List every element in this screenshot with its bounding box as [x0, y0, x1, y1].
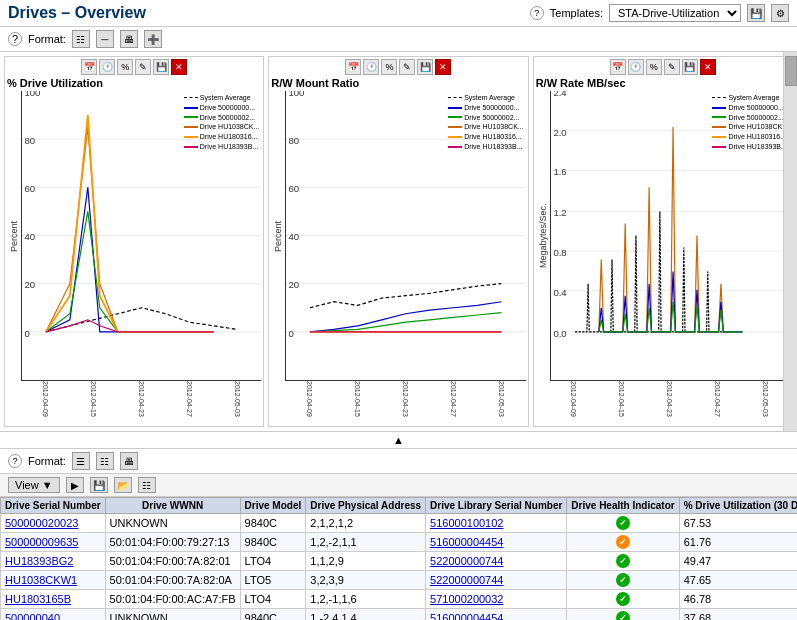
- chart-container-3: Megabytes/Sec. 2.4 2.0 1.6 1.2 0.8: [536, 91, 790, 381]
- cell-utilization: 37.68: [679, 609, 797, 621]
- legend-2: System Average Drive 50000000... Drive 5…: [448, 93, 524, 152]
- chart2-percent-icon[interactable]: %: [381, 59, 397, 75]
- scrollbar-thumb[interactable]: [785, 56, 797, 86]
- cell-model: 9840C: [240, 609, 306, 621]
- template-settings-button[interactable]: ⚙: [771, 4, 789, 22]
- chart-title-3: R/W Rate MB/sec: [536, 77, 790, 89]
- bottom-help-icon[interactable]: ?: [8, 454, 22, 468]
- serial-link[interactable]: HU1803165B: [5, 593, 71, 605]
- serial-link[interactable]: HU1038CKW1: [5, 574, 77, 586]
- cell-model: LTO4: [240, 552, 306, 571]
- chart2-delete-icon[interactable]: ✕: [435, 59, 451, 75]
- chart3-save-icon[interactable]: 💾: [682, 59, 698, 75]
- chart-title-1: % Drive Utilization: [7, 77, 261, 89]
- svg-text:0.8: 0.8: [553, 247, 566, 258]
- scroll-up-icon[interactable]: ▲: [393, 434, 404, 446]
- health-indicator: ✓: [616, 554, 630, 568]
- chart-panel-rate: 📅 🕐 % ✎ 💾 ✕ R/W Rate MB/sec Megabytes/Se…: [533, 56, 793, 427]
- cell-health: ✓: [567, 590, 679, 609]
- chart-save-icon[interactable]: 💾: [153, 59, 169, 75]
- svg-text:60: 60: [24, 183, 35, 194]
- format-print-button[interactable]: 🖶: [120, 30, 138, 48]
- cell-health: ✓: [567, 571, 679, 590]
- cell-address: 1,-2,4,1,4: [306, 609, 426, 621]
- format-table-button[interactable]: ─: [96, 30, 114, 48]
- chart3-clock-icon[interactable]: 🕐: [628, 59, 644, 75]
- cell-library-sn: 522000000744: [426, 552, 567, 571]
- cell-serial: HU1038CKW1: [1, 571, 106, 590]
- page-title: Drives – Overview: [8, 4, 146, 22]
- template-select[interactable]: STA-Drive-Utilization: [609, 4, 741, 22]
- th-serial[interactable]: Drive Serial Number: [1, 498, 106, 514]
- cell-wwnn: UNKNOWN: [105, 514, 240, 533]
- th-utilization[interactable]: % Drive Utilization (30 Days) ▼: [679, 498, 797, 514]
- help-icon[interactable]: ?: [530, 6, 544, 20]
- view-import-icon[interactable]: 📂: [114, 477, 132, 493]
- chart-percent-icon[interactable]: %: [117, 59, 133, 75]
- bottom-list-icon[interactable]: ☰: [72, 452, 90, 470]
- chart-clock-icon[interactable]: 🕐: [99, 59, 115, 75]
- chart2-calendar-icon[interactable]: 📅: [345, 59, 361, 75]
- chart-panel-mount: 📅 🕐 % ✎ 💾 ✕ R/W Mount Ratio Percent: [268, 56, 528, 427]
- health-indicator: ✓: [616, 611, 630, 620]
- view-play-icon[interactable]: ▶: [66, 477, 84, 493]
- table-header-row: Drive Serial Number Drive WWNN Drive Mod…: [1, 498, 798, 514]
- th-model[interactable]: Drive Model: [240, 498, 306, 514]
- legend-1: System Average Drive 50000000... Drive 5…: [184, 93, 260, 152]
- format-grid-button[interactable]: ☷: [72, 30, 90, 48]
- bottom-grid-icon[interactable]: ☷: [96, 452, 114, 470]
- library-sn-link[interactable]: 516000100102: [430, 517, 503, 529]
- cell-address: 2,1,2,1,2: [306, 514, 426, 533]
- cell-address: 1,2,-2,1,1: [306, 533, 426, 552]
- chart3-edit-icon[interactable]: ✎: [664, 59, 680, 75]
- health-indicator: ✓: [616, 573, 630, 587]
- view-dropdown-button[interactable]: View ▼: [8, 477, 60, 493]
- chart3-percent-icon[interactable]: %: [646, 59, 662, 75]
- cell-serial: HU1803165B: [1, 590, 106, 609]
- th-wwnn[interactable]: Drive WWNN: [105, 498, 240, 514]
- cell-address: 1,2,-1,1,6: [306, 590, 426, 609]
- cell-wwnn: UNKNOWN: [105, 609, 240, 621]
- library-sn-link[interactable]: 516000004454: [430, 536, 503, 548]
- bottom-format-label: Format:: [28, 455, 66, 467]
- library-sn-link[interactable]: 522000000744: [430, 574, 503, 586]
- chart-delete-icon[interactable]: ✕: [171, 59, 187, 75]
- chart2-edit-icon[interactable]: ✎: [399, 59, 415, 75]
- format-help-icon[interactable]: ?: [8, 32, 22, 46]
- chart-toolbar-3: 📅 🕐 % ✎ 💾 ✕: [536, 59, 790, 75]
- chart-toolbar-1: 📅 🕐 % ✎ 💾 ✕: [7, 59, 261, 75]
- format-add-button[interactable]: ➕: [144, 30, 162, 48]
- serial-link[interactable]: 500000009635: [5, 536, 78, 548]
- serial-link[interactable]: 500000040...: [5, 612, 69, 620]
- svg-text:2.4: 2.4: [553, 91, 567, 98]
- chart2-save-icon[interactable]: 💾: [417, 59, 433, 75]
- template-save-button[interactable]: 💾: [747, 4, 765, 22]
- serial-link[interactable]: 500000020023: [5, 517, 78, 529]
- y-label-1: Percent: [7, 91, 21, 381]
- chart-calendar-icon[interactable]: 📅: [81, 59, 97, 75]
- cell-library-sn: 571000200032: [426, 590, 567, 609]
- cell-library-sn: 516000004454: [426, 533, 567, 552]
- view-export-icon[interactable]: 💾: [90, 477, 108, 493]
- svg-text:60: 60: [289, 183, 300, 194]
- cell-health: ✓: [567, 609, 679, 621]
- charts-scrollbar[interactable]: [783, 52, 797, 431]
- library-sn-link[interactable]: 522000000744: [430, 555, 503, 567]
- cell-serial: 500000040...: [1, 609, 106, 621]
- bottom-print-icon[interactable]: 🖶: [120, 452, 138, 470]
- chart2-clock-icon[interactable]: 🕐: [363, 59, 379, 75]
- table-row: HU1038CKW1 50:01:04:F0:00:7A:82:0A LTO5 …: [1, 571, 798, 590]
- title-bar-right: ? Templates: STA-Drive-Utilization 💾 ⚙: [530, 4, 789, 22]
- library-sn-link[interactable]: 516000004454...: [430, 612, 513, 620]
- bottom-toolbar: ? Format: ☰ ☷ 🖶: [0, 449, 797, 474]
- chart-edit-icon[interactable]: ✎: [135, 59, 151, 75]
- view-columns-icon[interactable]: ☷: [138, 477, 156, 493]
- library-sn-link[interactable]: 571000200032: [430, 593, 503, 605]
- th-address[interactable]: Drive Physical Address: [306, 498, 426, 514]
- chart3-delete-icon[interactable]: ✕: [700, 59, 716, 75]
- chart-toolbar-2: 📅 🕐 % ✎ 💾 ✕: [271, 59, 525, 75]
- th-library-sn[interactable]: Drive Library Serial Number: [426, 498, 567, 514]
- serial-link[interactable]: HU18393BG2: [5, 555, 74, 567]
- chart3-calendar-icon[interactable]: 📅: [610, 59, 626, 75]
- th-health[interactable]: Drive Health Indicator: [567, 498, 679, 514]
